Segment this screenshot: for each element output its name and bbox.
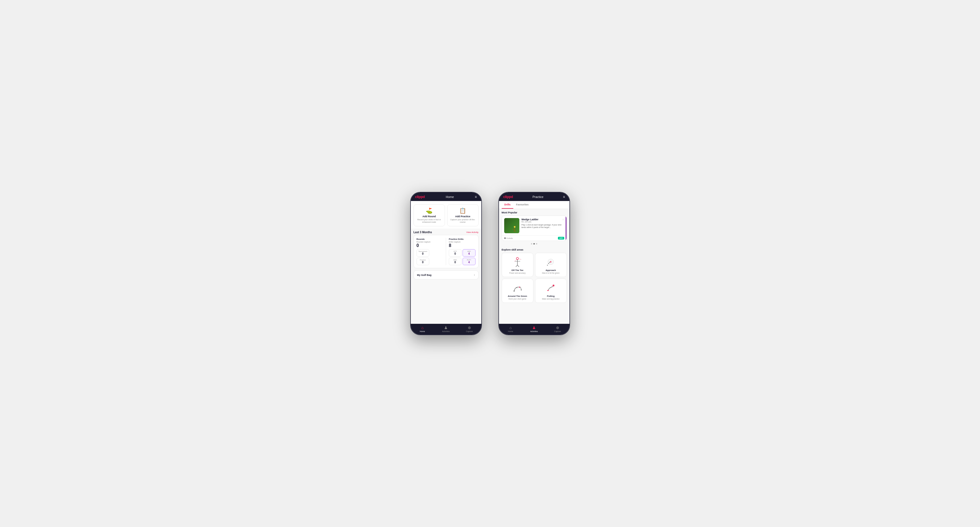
- home-nav-icon-1: ⌂: [421, 325, 423, 330]
- tab-favourites[interactable]: Favourites: [513, 201, 531, 209]
- app-value: 4: [465, 252, 473, 255]
- nav-home-1[interactable]: ⌂ Home: [411, 325, 434, 332]
- rounds-total: 0: [417, 243, 443, 248]
- svg-point-15: [548, 263, 549, 264]
- around-green-icon: [512, 282, 523, 293]
- capture-nav-icon-2: ⊕: [556, 325, 559, 330]
- nav-home-2[interactable]: ⌂ Home: [499, 325, 522, 332]
- off-tee-desc: Power and accuracy: [509, 272, 526, 274]
- svg-line-9: [516, 265, 517, 267]
- ott-stat: OTT 0: [449, 249, 461, 257]
- page-title-1: Home: [446, 195, 454, 198]
- home-nav-label-1: Home: [420, 330, 425, 332]
- skill-card-putting[interactable]: Putting Make and lag practice: [535, 279, 567, 303]
- drill-image: [504, 218, 519, 233]
- capture-nav-icon-1: ⊕: [468, 325, 471, 330]
- drills-title: Practice Drills: [449, 238, 476, 240]
- tab-drills[interactable]: Drills: [502, 201, 514, 209]
- activities-nav-label-1: Activities: [442, 330, 450, 332]
- logo-1: clippd: [415, 195, 425, 199]
- menu-icon-2[interactable]: ≡: [563, 195, 565, 199]
- putt-value: 4: [465, 261, 473, 264]
- nav-activities-1[interactable]: ♟ Activities: [434, 325, 458, 332]
- most-popular-title: Most Popular: [502, 211, 567, 214]
- ott-value: 0: [451, 252, 460, 255]
- activities-nav-label-2: Activities: [530, 330, 538, 332]
- tournament-stat: Tournament 0: [417, 249, 429, 257]
- off-tee-icon: [512, 256, 523, 267]
- phone-1: clippd Home ≡ ⛳ Add Round Record your sh…: [410, 192, 482, 335]
- page-title-2: Practice: [533, 195, 544, 198]
- tab-bar-2: Drills Favourites: [499, 201, 570, 209]
- skill-grid: Off The Tee Power and accuracy: [502, 253, 567, 303]
- drill-card-inner: Wedge Ladder ☆ 50–100 yds Play 1 shot at…: [502, 216, 566, 235]
- rounds-title: Rounds: [417, 238, 443, 240]
- svg-point-14: [547, 265, 548, 266]
- top-bar-2: clippd Practice ≡: [499, 192, 570, 201]
- svg-point-22: [547, 290, 549, 291]
- stats-card: Rounds Rounds Capture 0 Tournament 0 Pra…: [414, 235, 479, 268]
- putting-icon: [545, 282, 556, 293]
- bottom-nav-1: ⌂ Home ♟ Activities ⊕ Capture: [411, 324, 481, 335]
- skill-card-approach[interactable]: Approach Dial-in to hit the green: [535, 253, 567, 277]
- off-tee-name: Off The Tee: [511, 269, 523, 271]
- drill-card-wedge[interactable]: Wedge Ladder ☆ 50–100 yds Play 1 shot at…: [502, 216, 567, 241]
- skill-card-around-green[interactable]: Around The Green Hone your short game: [502, 279, 533, 303]
- svg-point-25: [553, 285, 554, 286]
- svg-line-5: [512, 229, 513, 230]
- practice-value: 0: [418, 261, 427, 264]
- shots-count: 9 shots: [507, 237, 513, 239]
- add-practice-icon: 📋: [459, 207, 466, 214]
- stats-row: Rounds Rounds Capture 0 Tournament 0 Pra…: [417, 238, 476, 265]
- practice-stat: Practice 0: [417, 258, 429, 265]
- off-tee-icon-area: [511, 256, 523, 268]
- drill-title-row: Wedge Ladder ☆: [522, 218, 564, 221]
- shots-dot-icon: [504, 237, 506, 239]
- last-3-months-title: Last 3 Months: [414, 231, 432, 234]
- most-popular-section: Most Popular: [499, 209, 570, 247]
- svg-point-23: [550, 287, 551, 288]
- chevron-right-icon: ›: [474, 273, 475, 276]
- add-round-title: Add Round: [422, 215, 436, 218]
- add-round-card[interactable]: ⛳ Add Round Record your shots in fast or…: [414, 204, 445, 226]
- approach-name: Approach: [546, 269, 556, 271]
- rounds-col: Rounds Rounds Capture 0 Tournament 0 Pra…: [417, 238, 443, 265]
- drill-subtitle: 50–100 yds: [522, 221, 564, 223]
- drill-card-footer: 9 shots APP: [502, 235, 566, 241]
- around-green-icon-area: [511, 282, 523, 294]
- capture-nav-label-1: Capture: [466, 330, 473, 332]
- tournament-value: 0: [418, 252, 427, 255]
- golf-course-bg: [504, 218, 519, 233]
- view-activity-link[interactable]: View Activity: [466, 231, 478, 233]
- rounds-mini-grid: Tournament 0 Practice 0: [417, 249, 443, 265]
- phone-2: clippd Practice ≡ Drills Favourites Most…: [498, 192, 570, 335]
- activity-section-header: Last 3 Months View Activity: [411, 229, 481, 235]
- add-practice-card[interactable]: 📋 Add Practice Capture your practice off…: [447, 204, 479, 226]
- nav-activities-2[interactable]: ♟ Activities: [522, 325, 546, 332]
- drills-col: Practice Drills Drills Capture 8 OTT 0 A…: [449, 238, 476, 265]
- nav-capture-1[interactable]: ⊕ Capture: [458, 325, 481, 332]
- drills-total: 8: [449, 243, 476, 248]
- card-accent: [566, 216, 566, 241]
- shots-info: 9 shots: [504, 237, 513, 239]
- golf-bag-row[interactable]: My Golf Bag ›: [414, 270, 479, 279]
- svg-point-24: [552, 287, 552, 287]
- svg-line-3: [514, 230, 515, 232]
- rounds-capture-label: Rounds Capture: [417, 241, 443, 243]
- approach-desc: Dial-in to hit the green: [542, 272, 560, 274]
- dots-indicator: [502, 242, 567, 246]
- bottom-nav-2: ⌂ Home ♟ Activities ⊕ Capture: [499, 324, 570, 335]
- nav-capture-2[interactable]: ⊕ Capture: [546, 325, 569, 332]
- svg-line-10: [517, 265, 519, 267]
- menu-icon-1[interactable]: ≡: [475, 195, 477, 199]
- top-bar-1: clippd Home ≡: [411, 192, 481, 201]
- putting-icon-area: [545, 282, 557, 294]
- skill-card-off-tee[interactable]: Off The Tee Power and accuracy: [502, 253, 533, 277]
- add-round-icon: ⛳: [426, 207, 433, 214]
- dot-2: [533, 243, 535, 244]
- arg-stat: ARG 0: [449, 258, 461, 265]
- around-green-desc: Hone your short game: [509, 298, 526, 300]
- drill-info: Wedge Ladder ☆ 50–100 yds Play 1 shot at…: [522, 218, 564, 233]
- approach-icon: [545, 256, 556, 267]
- putting-name: Putting: [547, 295, 555, 297]
